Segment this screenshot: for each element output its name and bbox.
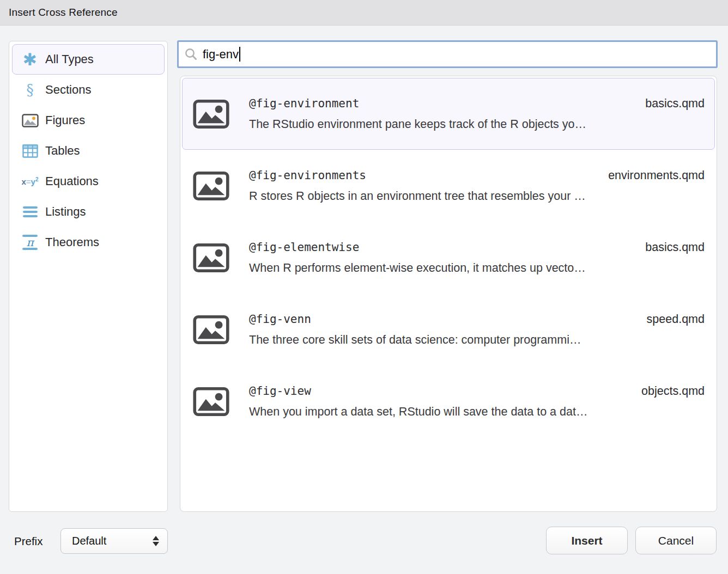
dialog-title: Insert Cross Reference — [9, 7, 118, 19]
sidebar-item-label: Figures — [45, 113, 85, 127]
select-arrows-icon — [153, 536, 159, 546]
sidebar-item-theorems[interactable]: π Theorems — [12, 227, 165, 258]
list-lines-icon — [17, 201, 43, 223]
sidebar-item-tables[interactable]: Tables — [12, 136, 165, 166]
sidebar-item-label: Listings — [45, 205, 86, 219]
image-placeholder-icon — [193, 99, 229, 129]
prefix-select[interactable]: Default — [60, 528, 168, 554]
reference-id: @fig-environment — [249, 97, 359, 110]
sidebar-item-label: Sections — [45, 83, 91, 97]
pi-icon: π — [17, 231, 43, 253]
result-row[interactable]: @fig-environment basics.qmd The RStudio … — [182, 78, 715, 150]
section-mark-icon: § — [17, 79, 43, 101]
cancel-button[interactable]: Cancel — [635, 527, 717, 554]
reference-description: The RStudio environment pane keeps track… — [249, 118, 705, 131]
reference-description: R stores R objects in an environment tre… — [249, 190, 705, 203]
search-icon — [184, 47, 198, 61]
sidebar-item-label: Equations — [45, 174, 99, 188]
source-file: basics.qmd — [645, 241, 705, 254]
image-placeholder-icon — [193, 171, 229, 201]
search-input[interactable]: fig-env — [177, 40, 718, 68]
table-grid-icon — [17, 140, 43, 162]
image-placeholder-icon — [193, 387, 229, 417]
dialog-titlebar: Insert Cross Reference — [0, 0, 728, 26]
image-icon — [17, 109, 43, 131]
equation-icon: x=y2 — [17, 170, 43, 192]
cross-reference-results-list: @fig-environment basics.qmd The RStudio … — [180, 76, 717, 512]
prefix-label: Prefix — [14, 528, 43, 554]
prefix-selected-value: Default — [72, 535, 106, 547]
insert-button[interactable]: Insert — [546, 527, 628, 554]
text-cursor — [239, 47, 240, 62]
type-filter-sidebar: ✱ All Types § Sections Figures — [9, 41, 168, 512]
source-file: speed.qmd — [647, 313, 705, 326]
reference-id: @fig-view — [249, 384, 311, 398]
sidebar-item-label: All Types — [45, 52, 94, 66]
source-file: environments.qmd — [608, 169, 705, 182]
reference-description: The three core skill sets of data scienc… — [249, 333, 705, 347]
source-file: basics.qmd — [645, 97, 705, 111]
sidebar-item-label: Theorems — [45, 235, 99, 249]
image-placeholder-icon — [193, 243, 229, 273]
reference-description: When R performs element-wise execution, … — [249, 261, 705, 275]
reference-id: @fig-environments — [249, 169, 366, 182]
source-file: objects.qmd — [641, 384, 705, 398]
reference-id: @fig-elementwise — [249, 241, 359, 254]
image-placeholder-icon — [193, 315, 229, 345]
sidebar-item-label: Tables — [45, 144, 80, 158]
reference-id: @fig-venn — [249, 313, 311, 326]
result-row[interactable]: @fig-elementwise basics.qmd When R perfo… — [182, 222, 715, 294]
sidebar-item-sections[interactable]: § Sections — [12, 75, 165, 105]
result-row[interactable]: @fig-view objects.qmd When you import a … — [182, 365, 715, 437]
sidebar-item-listings[interactable]: Listings — [12, 197, 165, 227]
result-row[interactable]: @fig-environments environments.qmd R sto… — [182, 150, 715, 222]
asterisk-icon: ✱ — [17, 48, 43, 70]
search-value: fig-env — [203, 47, 239, 62]
sidebar-item-all-types[interactable]: ✱ All Types — [12, 44, 165, 75]
reference-description: When you import a data set, RStudio will… — [249, 405, 705, 419]
result-row[interactable]: @fig-venn speed.qmd The three core skill… — [182, 294, 715, 365]
insert-cross-reference-dialog: Insert Cross Reference ✱ All Types § Sec… — [0, 0, 728, 574]
sidebar-item-figures[interactable]: Figures — [12, 105, 165, 136]
sidebar-item-equations[interactable]: x=y2 Equations — [12, 166, 165, 197]
